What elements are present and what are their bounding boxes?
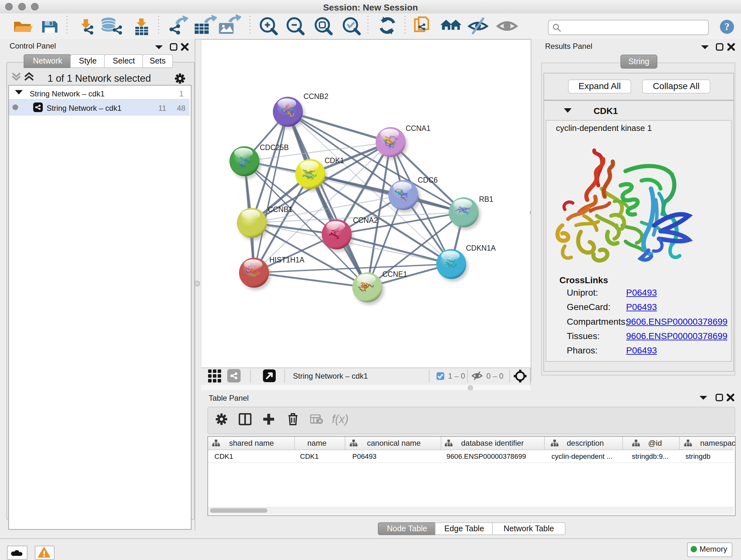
svg-text:CDKN1A: CDKN1A bbox=[466, 244, 496, 252]
svg-text:HIST1H1A: HIST1H1A bbox=[269, 256, 305, 264]
svg-text:RB1: RB1 bbox=[479, 195, 493, 203]
svg-text:CDC6: CDC6 bbox=[418, 176, 438, 184]
svg-text:CCNA2: CCNA2 bbox=[353, 216, 378, 225]
svg-text:CCNE1: CCNE1 bbox=[382, 270, 407, 278]
svg-text:?: ? bbox=[724, 21, 730, 32]
svg-text:CCNB2: CCNB2 bbox=[304, 92, 328, 101]
svg-text:CDC25B: CDC25B bbox=[260, 143, 289, 152]
svg-text:CDK1: CDK1 bbox=[325, 157, 344, 165]
svg-text:CCNB1: CCNB1 bbox=[268, 205, 293, 213]
svg-text:CCNA1: CCNA1 bbox=[406, 124, 430, 132]
